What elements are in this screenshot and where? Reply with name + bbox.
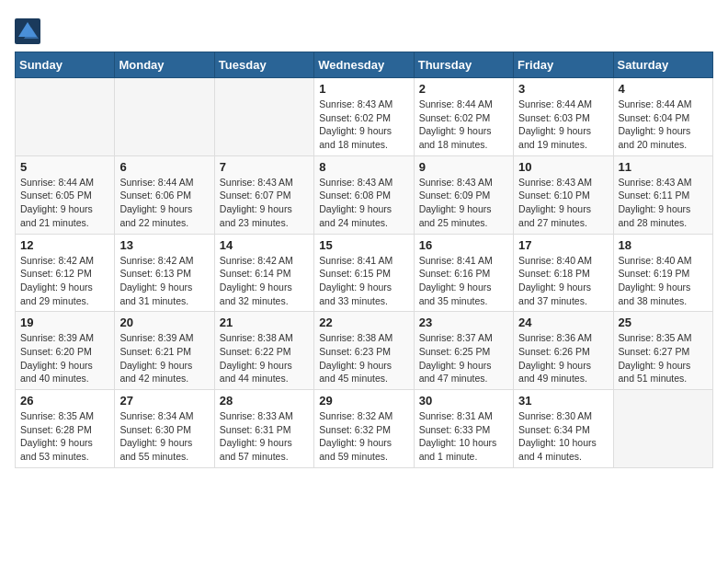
day-cell: 20Sunrise: 8:39 AMSunset: 6:21 PMDayligh… <box>115 312 214 390</box>
day-info: Sunrise: 8:44 AMSunset: 6:05 PMDaylight:… <box>20 176 109 230</box>
day-info: Sunrise: 8:31 AMSunset: 6:33 PMDaylight:… <box>419 409 508 464</box>
day-info: Sunrise: 8:32 AMSunset: 6:32 PMDaylight:… <box>319 409 408 464</box>
day-info: Sunrise: 8:34 AMSunset: 6:30 PMDaylight:… <box>119 409 209 464</box>
day-info: Sunrise: 8:44 AMSunset: 6:03 PMDaylight:… <box>518 98 608 152</box>
day-cell: 23Sunrise: 8:37 AMSunset: 6:25 PMDayligh… <box>414 312 513 390</box>
weekday-header-wednesday: Wednesday <box>314 52 414 78</box>
day-number: 16 <box>419 238 508 252</box>
day-cell: 28Sunrise: 8:33 AMSunset: 6:31 PMDayligh… <box>214 390 313 468</box>
day-cell: 7Sunrise: 8:43 AMSunset: 6:07 PMDaylight… <box>214 155 313 234</box>
weekday-header-thursday: Thursday <box>414 52 513 78</box>
day-cell: 16Sunrise: 8:41 AMSunset: 6:16 PMDayligh… <box>414 234 513 312</box>
day-number: 25 <box>619 316 708 329</box>
day-number: 11 <box>619 160 708 174</box>
day-number: 9 <box>419 160 508 174</box>
day-number: 5 <box>20 160 109 174</box>
day-info: Sunrise: 8:42 AMSunset: 6:12 PMDaylight:… <box>20 254 109 308</box>
day-info: Sunrise: 8:43 AMSunset: 6:09 PMDaylight:… <box>419 176 508 230</box>
day-info: Sunrise: 8:38 AMSunset: 6:23 PMDaylight:… <box>319 331 408 385</box>
day-cell: 31Sunrise: 8:30 AMSunset: 6:34 PMDayligh… <box>514 390 613 468</box>
day-cell: 27Sunrise: 8:34 AMSunset: 6:30 PMDayligh… <box>115 390 214 468</box>
weekday-header-monday: Monday <box>115 52 214 78</box>
day-number: 3 <box>518 82 608 96</box>
day-cell <box>115 78 214 156</box>
weekday-header-tuesday: Tuesday <box>214 52 313 78</box>
weekday-header-row: SundayMondayTuesdayWednesdayThursdayFrid… <box>16 52 713 78</box>
day-cell: 8Sunrise: 8:43 AMSunset: 6:08 PMDaylight… <box>314 155 414 234</box>
day-cell <box>214 78 313 156</box>
calendar-body: 1Sunrise: 8:43 AMSunset: 6:02 PMDaylight… <box>16 78 713 468</box>
day-number: 12 <box>20 238 109 252</box>
weekday-header-sunday: Sunday <box>16 52 115 78</box>
day-cell: 1Sunrise: 8:43 AMSunset: 6:02 PMDaylight… <box>314 78 414 156</box>
day-number: 17 <box>518 238 608 252</box>
day-cell: 14Sunrise: 8:42 AMSunset: 6:14 PMDayligh… <box>214 234 313 312</box>
day-number: 27 <box>119 394 209 408</box>
day-cell: 3Sunrise: 8:44 AMSunset: 6:03 PMDaylight… <box>514 78 613 156</box>
day-cell: 22Sunrise: 8:38 AMSunset: 6:23 PMDayligh… <box>314 312 414 390</box>
day-number: 31 <box>518 394 608 408</box>
day-cell: 19Sunrise: 8:39 AMSunset: 6:20 PMDayligh… <box>16 312 115 390</box>
day-info: Sunrise: 8:40 AMSunset: 6:18 PMDaylight:… <box>518 254 608 308</box>
day-number: 7 <box>220 160 309 174</box>
day-cell: 6Sunrise: 8:44 AMSunset: 6:06 PMDaylight… <box>115 155 214 234</box>
day-number: 30 <box>419 394 508 408</box>
day-info: Sunrise: 8:44 AMSunset: 6:04 PMDaylight:… <box>619 98 708 152</box>
day-cell: 24Sunrise: 8:36 AMSunset: 6:26 PMDayligh… <box>514 312 613 390</box>
logo <box>15 18 42 44</box>
week-row-4: 19Sunrise: 8:39 AMSunset: 6:20 PMDayligh… <box>16 312 713 390</box>
day-number: 28 <box>220 394 309 408</box>
day-number: 26 <box>20 394 109 408</box>
day-info: Sunrise: 8:43 AMSunset: 6:07 PMDaylight:… <box>220 176 309 230</box>
day-info: Sunrise: 8:40 AMSunset: 6:19 PMDaylight:… <box>619 254 708 308</box>
day-cell: 30Sunrise: 8:31 AMSunset: 6:33 PMDayligh… <box>414 390 513 468</box>
day-cell <box>16 78 115 156</box>
day-cell: 10Sunrise: 8:43 AMSunset: 6:10 PMDayligh… <box>514 155 613 234</box>
day-info: Sunrise: 8:43 AMSunset: 6:08 PMDaylight:… <box>319 176 408 230</box>
day-info: Sunrise: 8:37 AMSunset: 6:25 PMDaylight:… <box>419 331 508 385</box>
logo-icon <box>15 18 40 44</box>
day-cell: 26Sunrise: 8:35 AMSunset: 6:28 PMDayligh… <box>16 390 115 468</box>
day-info: Sunrise: 8:44 AMSunset: 6:06 PMDaylight:… <box>119 176 209 230</box>
day-info: Sunrise: 8:35 AMSunset: 6:27 PMDaylight:… <box>619 331 708 385</box>
week-row-5: 26Sunrise: 8:35 AMSunset: 6:28 PMDayligh… <box>16 390 713 468</box>
day-number: 19 <box>20 316 109 329</box>
day-info: Sunrise: 8:38 AMSunset: 6:22 PMDaylight:… <box>220 331 309 385</box>
day-cell: 13Sunrise: 8:42 AMSunset: 6:13 PMDayligh… <box>115 234 214 312</box>
day-number: 18 <box>619 238 708 252</box>
weekday-header-friday: Friday <box>514 52 613 78</box>
weekday-header-saturday: Saturday <box>613 52 712 78</box>
page-container: SundayMondayTuesdayWednesdayThursdayFrid… <box>0 0 728 479</box>
week-row-3: 12Sunrise: 8:42 AMSunset: 6:12 PMDayligh… <box>16 234 713 312</box>
day-info: Sunrise: 8:42 AMSunset: 6:13 PMDaylight:… <box>119 254 209 308</box>
day-cell: 18Sunrise: 8:40 AMSunset: 6:19 PMDayligh… <box>613 234 712 312</box>
day-number: 24 <box>518 316 608 329</box>
day-cell: 25Sunrise: 8:35 AMSunset: 6:27 PMDayligh… <box>613 312 712 390</box>
day-cell: 29Sunrise: 8:32 AMSunset: 6:32 PMDayligh… <box>314 390 414 468</box>
day-number: 10 <box>518 160 608 174</box>
day-number: 1 <box>319 82 408 96</box>
calendar: SundayMondayTuesdayWednesdayThursdayFrid… <box>15 52 713 468</box>
day-number: 20 <box>119 316 209 329</box>
day-cell: 9Sunrise: 8:43 AMSunset: 6:09 PMDaylight… <box>414 155 513 234</box>
week-row-2: 5Sunrise: 8:44 AMSunset: 6:05 PMDaylight… <box>16 155 713 234</box>
day-info: Sunrise: 8:39 AMSunset: 6:20 PMDaylight:… <box>20 331 109 385</box>
day-info: Sunrise: 8:30 AMSunset: 6:34 PMDaylight:… <box>518 409 608 464</box>
day-info: Sunrise: 8:43 AMSunset: 6:10 PMDaylight:… <box>518 176 608 230</box>
week-row-1: 1Sunrise: 8:43 AMSunset: 6:02 PMDaylight… <box>16 78 713 156</box>
day-cell: 4Sunrise: 8:44 AMSunset: 6:04 PMDaylight… <box>613 78 712 156</box>
day-number: 2 <box>419 82 508 96</box>
day-info: Sunrise: 8:41 AMSunset: 6:16 PMDaylight:… <box>419 254 508 308</box>
day-number: 23 <box>419 316 508 329</box>
day-info: Sunrise: 8:42 AMSunset: 6:14 PMDaylight:… <box>220 254 309 308</box>
day-info: Sunrise: 8:44 AMSunset: 6:02 PMDaylight:… <box>419 98 508 152</box>
day-info: Sunrise: 8:43 AMSunset: 6:02 PMDaylight:… <box>319 98 408 152</box>
day-number: 15 <box>319 238 408 252</box>
day-cell <box>613 390 712 468</box>
day-number: 22 <box>319 316 408 329</box>
day-cell: 11Sunrise: 8:43 AMSunset: 6:11 PMDayligh… <box>613 155 712 234</box>
day-cell: 12Sunrise: 8:42 AMSunset: 6:12 PMDayligh… <box>16 234 115 312</box>
day-number: 13 <box>119 238 209 252</box>
day-cell: 17Sunrise: 8:40 AMSunset: 6:18 PMDayligh… <box>514 234 613 312</box>
day-info: Sunrise: 8:39 AMSunset: 6:21 PMDaylight:… <box>119 331 209 385</box>
